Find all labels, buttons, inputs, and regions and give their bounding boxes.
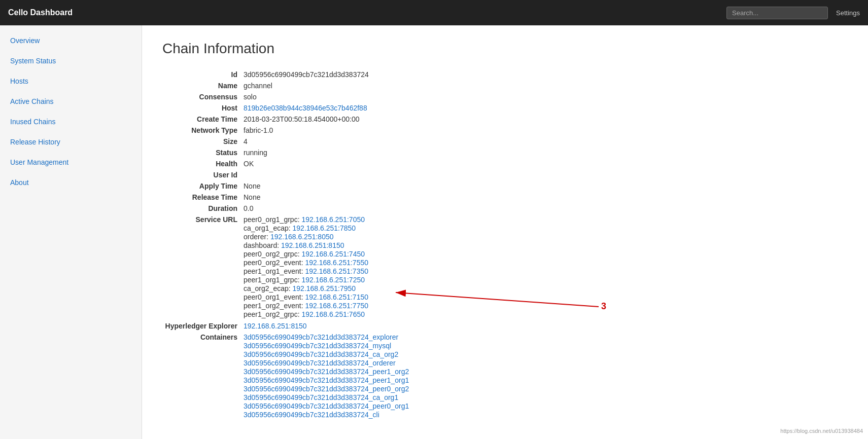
field-service-url: Service URL peer0_org1_grpc: 192.168.6.2… xyxy=(162,214,409,320)
field-size-label: Size xyxy=(162,136,244,147)
field-host-label: Host xyxy=(162,102,244,114)
service-url-peer0-org2-event-link[interactable]: 192.168.6.251:7550 xyxy=(305,259,368,267)
service-url-peer1-org2-grpc-link[interactable]: 192.168.6.251:7650 xyxy=(301,310,365,318)
service-url-peer1-org1-grpc-link[interactable]: 192.168.6.251:7250 xyxy=(301,276,365,284)
sidebar-item-system-status[interactable]: System Status xyxy=(0,51,142,71)
sidebar-item-inused-chains[interactable]: Inused Chains xyxy=(0,112,142,132)
field-status-value: running xyxy=(244,147,409,158)
field-apply-time-label: Apply Time xyxy=(162,180,244,192)
service-url-peer1-org2-event-link[interactable]: 192.168.6.251:7750 xyxy=(305,302,368,310)
field-id-value: 3d05956c6990499cb7c321dd3d383724 xyxy=(244,69,409,80)
field-id: Id 3d05956c6990499cb7c321dd3d383724 xyxy=(162,69,409,80)
service-url-orderer: orderer: 192.168.6.251:8050 xyxy=(244,233,409,241)
service-url-ca-org2-ecap-link[interactable]: 192.168.6.251:7950 xyxy=(293,284,356,292)
field-apply-time: Apply Time None xyxy=(162,180,409,192)
field-release-time-label: Release Time xyxy=(162,192,244,203)
field-network-type-label: Network Type xyxy=(162,125,244,136)
container-mysql-link[interactable]: 3d05956c6990499cb7c321dd3d383724_mysql xyxy=(244,342,391,350)
container-ca-org1-link[interactable]: 3d05956c6990499cb7c321dd3d383724_ca_org1 xyxy=(244,393,398,401)
service-url-ca-org1-ecap-link[interactable]: 192.168.6.251:7850 xyxy=(293,224,356,232)
chain-info-table: Id 3d05956c6990499cb7c321dd3d383724 Name… xyxy=(162,69,409,421)
field-consensus: Consensus solo xyxy=(162,91,409,102)
container-ca-org2: 3d05956c6990499cb7c321dd3d383724_ca_org2 xyxy=(244,350,409,358)
watermark: https://blog.csdn.net/u013938484 xyxy=(780,428,863,434)
field-hyperledger-explorer: Hyperledger Explorer 192.168.6.251:8150 xyxy=(162,320,409,332)
service-url-ca-org1-ecap: ca_org1_ecap: 192.168.6.251:7850 xyxy=(244,224,409,232)
field-size: Size 4 xyxy=(162,136,409,147)
field-create-time-label: Create Time xyxy=(162,114,244,125)
field-name-value: gchannel xyxy=(244,80,409,91)
service-url-peer1-org1-event-link[interactable]: 192.168.6.251:7350 xyxy=(305,267,368,275)
field-host: Host 819b26e038b944c38946e53c7b462f88 xyxy=(162,102,409,114)
field-health: Health OK xyxy=(162,158,409,169)
field-containers-value: 3d05956c6990499cb7c321dd3d383724_explore… xyxy=(244,332,409,421)
field-duration-label: Duration xyxy=(162,203,244,214)
host-link[interactable]: 819b26e038b944c38946e53c7b462f88 xyxy=(244,104,367,112)
container-ca-org1: 3d05956c6990499cb7c321dd3d383724_ca_org1 xyxy=(244,393,409,401)
field-release-time-value: None xyxy=(244,192,409,203)
field-status-label: Status xyxy=(162,147,244,158)
service-url-peer0-org1-event: peer0_org1_event: 192.168.6.251:7150 xyxy=(244,293,409,301)
service-url-peer0-org1-grpc-link[interactable]: 192.168.6.251:7050 xyxy=(301,215,365,224)
container-peer1-org1-link[interactable]: 3d05956c6990499cb7c321dd3d383724_peer1_o… xyxy=(244,376,409,384)
container-peer1-org2-link[interactable]: 3d05956c6990499cb7c321dd3d383724_peer1_o… xyxy=(244,368,409,376)
settings-link[interactable]: Settings xyxy=(836,9,860,17)
field-hyperledger-explorer-value: 192.168.6.251:8150 xyxy=(244,320,409,332)
page-title: Chain Information xyxy=(162,41,848,57)
app-title: Cello Dashboard xyxy=(8,8,726,17)
field-release-time: Release Time None xyxy=(162,192,409,203)
field-hyperledger-explorer-label: Hyperledger Explorer xyxy=(162,320,244,332)
container-explorer-link[interactable]: 3d05956c6990499cb7c321dd3d383724_explore… xyxy=(244,333,398,341)
search-input[interactable] xyxy=(726,7,828,19)
service-url-dashboard: dashboard: 192.168.6.251:8150 xyxy=(244,241,409,249)
field-health-value: OK xyxy=(244,158,409,169)
container-orderer: 3d05956c6990499cb7c321dd3d383724_orderer xyxy=(244,359,409,367)
field-service-url-label: Service URL xyxy=(162,214,244,320)
service-url-peer0-org1-grpc: peer0_org1_grpc: 192.168.6.251:7050 xyxy=(244,215,409,224)
container-peer0-org1-link[interactable]: 3d05956c6990499cb7c321dd3d383724_peer0_o… xyxy=(244,402,409,410)
service-url-peer1-org1-grpc: peer1_org1_grpc: 192.168.6.251:7250 xyxy=(244,276,409,284)
field-user-id-label: User Id xyxy=(162,169,244,180)
service-url-orderer-link[interactable]: 192.168.6.251:8050 xyxy=(270,233,334,241)
field-containers: Containers 3d05956c6990499cb7c321dd3d383… xyxy=(162,332,409,421)
field-user-id-value xyxy=(244,169,409,180)
sidebar-item-about[interactable]: About xyxy=(0,172,142,193)
field-network-type: Network Type fabric-1.0 xyxy=(162,125,409,136)
container-peer0-org1: 3d05956c6990499cb7c321dd3d383724_peer0_o… xyxy=(244,402,409,410)
sidebar-item-overview[interactable]: Overview xyxy=(0,30,142,51)
field-consensus-label: Consensus xyxy=(162,91,244,102)
container-orderer-link[interactable]: 3d05956c6990499cb7c321dd3d383724_orderer xyxy=(244,359,396,367)
field-network-type-value: fabric-1.0 xyxy=(244,125,409,136)
service-url-peer0-org1-event-link[interactable]: 192.168.6.251:7150 xyxy=(305,293,368,301)
sidebar-item-release-history[interactable]: Release History xyxy=(0,132,142,152)
field-containers-label: Containers xyxy=(162,332,244,421)
service-url-dashboard-link[interactable]: 192.168.6.251:8150 xyxy=(281,241,344,249)
service-url-peer0-org2-grpc-link[interactable]: 192.168.6.251:7450 xyxy=(301,250,365,258)
field-host-value: 819b26e038b944c38946e53c7b462f88 xyxy=(244,102,409,114)
service-url-peer1-org2-grpc: peer1_org2_grpc: 192.168.6.251:7650 xyxy=(244,310,409,318)
sidebar-item-active-chains[interactable]: Active Chains xyxy=(0,91,142,112)
service-url-peer1-org1-event: peer1_org1_event: 192.168.6.251:7350 xyxy=(244,267,409,275)
service-url-ca-org2-ecap: ca_org2_ecap: 192.168.6.251:7950 xyxy=(244,284,409,292)
field-create-time-value: 2018-03-23T00:50:18.454000+00:00 xyxy=(244,114,409,125)
field-status: Status running xyxy=(162,147,409,158)
sidebar-item-user-management[interactable]: User Management xyxy=(0,152,142,172)
container-peer1-org2: 3d05956c6990499cb7c321dd3d383724_peer1_o… xyxy=(244,368,409,376)
field-consensus-value: solo xyxy=(244,91,409,102)
container-explorer: 3d05956c6990499cb7c321dd3d383724_explore… xyxy=(244,333,409,341)
hyperledger-explorer-link[interactable]: 192.168.6.251:8150 xyxy=(244,322,307,330)
container-mysql: 3d05956c6990499cb7c321dd3d383724_mysql xyxy=(244,342,409,350)
container-peer0-org2-link[interactable]: 3d05956c6990499cb7c321dd3d383724_peer0_o… xyxy=(244,385,409,393)
field-duration: Duration 0.0 xyxy=(162,203,409,214)
sidebar-item-hosts[interactable]: Hosts xyxy=(0,71,142,91)
main-content: Chain Information Id 3d05956c6990499cb7c… xyxy=(142,25,868,439)
field-service-url-value: peer0_org1_grpc: 192.168.6.251:7050 ca_o… xyxy=(244,214,409,320)
container-ca-org2-link[interactable]: 3d05956c6990499cb7c321dd3d383724_ca_org2 xyxy=(244,350,398,358)
field-id-label: Id xyxy=(162,69,244,80)
container-cli-link[interactable]: 3d05956c6990499cb7c321dd3d383724_cli xyxy=(244,411,379,419)
field-name: Name gchannel xyxy=(162,80,409,91)
container-cli: 3d05956c6990499cb7c321dd3d383724_cli xyxy=(244,411,409,419)
sidebar: Overview System Status Hosts Active Chai… xyxy=(0,25,142,439)
field-health-label: Health xyxy=(162,158,244,169)
header: Cello Dashboard Settings xyxy=(0,0,868,25)
